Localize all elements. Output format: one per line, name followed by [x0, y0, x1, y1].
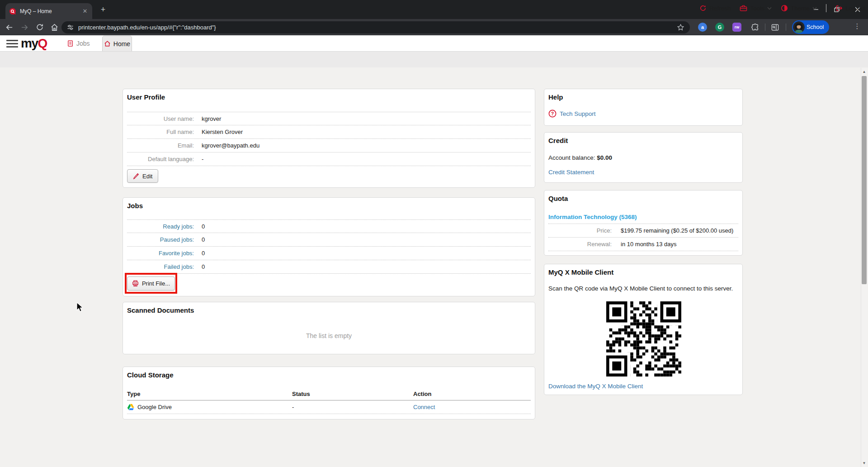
field-label: Price:: [548, 227, 612, 234]
column-header-action: Action: [413, 387, 431, 400]
tab-title: MyQ – Home: [20, 8, 78, 14]
tab-jobs-label: Jobs: [76, 40, 90, 47]
site-settings-icon[interactable]: [67, 24, 74, 31]
url-text[interactable]: printcenter.baypath.edu/en-us/app/#{"r":…: [78, 24, 672, 31]
tools-menu-button[interactable]: Tools: [740, 5, 772, 12]
connect-link[interactable]: Connect: [413, 404, 435, 410]
card-title: Scanned Documents: [127, 306, 194, 314]
annotation-highlight-box: Print File...: [125, 273, 177, 294]
tab-jobs[interactable]: Jobs: [67, 35, 90, 51]
browser-tab[interactable]: MyQ – Home ✕: [5, 3, 92, 19]
ready-jobs-link[interactable]: Ready jobs:: [127, 223, 194, 230]
field-label: Full name:: [127, 129, 194, 135]
tab-close-icon[interactable]: ✕: [81, 8, 89, 15]
new-tab-button[interactable]: +: [98, 4, 108, 15]
field-value: in 10 months 13 days: [621, 241, 677, 248]
table-row: Information Technology (5368): [548, 210, 738, 224]
table-row: Email:kgrover@baypath.edu: [127, 139, 531, 152]
home-icon: [104, 40, 111, 47]
jobs-card: Jobs Ready jobs:0 Paused jobs:0 Favorite…: [123, 197, 535, 296]
toolbar-divider: [765, 24, 765, 31]
card-title: Quota: [548, 195, 568, 202]
quota-group-link[interactable]: Information Technology (5368): [548, 214, 637, 220]
card-title: MyQ X Mobile Client: [548, 268, 613, 276]
card-title: Jobs: [127, 202, 143, 210]
column-header-type: Type: [127, 387, 140, 400]
scrollbar-down-arrow[interactable]: ▼: [861, 460, 868, 467]
tab-home-label: Home: [113, 40, 130, 48]
refresh-icon: [699, 5, 707, 12]
card-title: Cloud Storage: [127, 371, 174, 379]
field-value: kgrover: [202, 115, 221, 122]
table-row: Favorite jobs:0: [127, 247, 531, 260]
table-row: Ready jobs:0: [127, 219, 531, 233]
home-button[interactable]: [49, 22, 60, 33]
table-row: User name:kgrover: [127, 112, 531, 125]
browser-menu-icon[interactable]: ⋮: [852, 21, 863, 32]
toolbox-icon: [740, 5, 747, 12]
side-panel-search-icon[interactable]: [769, 22, 780, 33]
refresh-button[interactable]: Refresh: [699, 5, 731, 12]
browser-window: MyQ – Home ✕ + printcenter.baypath.edu/e…: [0, 0, 868, 467]
myq-logo[interactable]: myQ: [21, 36, 47, 51]
scrollbar-thumb[interactable]: [862, 76, 867, 284]
help-question-icon: ?: [548, 110, 557, 118]
pencil-icon: [133, 173, 139, 179]
card-title: Credit: [548, 137, 568, 144]
mobile-client-card: MyQ X Mobile Client Scan the QR code via…: [544, 264, 743, 395]
field-value: 0: [202, 223, 205, 230]
user-profile-card: User Profile User name:kgrover Full name…: [123, 89, 535, 188]
help-card: Help ? Tech Support: [544, 89, 743, 126]
print-file-button[interactable]: Print File...: [127, 276, 175, 291]
card-title: Help: [548, 93, 563, 101]
theme-icon: [781, 5, 788, 12]
field-value: 0: [202, 236, 205, 243]
edit-button[interactable]: Edit: [127, 169, 158, 183]
storage-type: Google Drive: [137, 404, 172, 410]
readwrite-extension-icon[interactable]: rw: [731, 22, 742, 33]
chevron-down-icon: [812, 7, 817, 10]
column-header-status: Status: [292, 387, 310, 400]
field-label: Email:: [127, 142, 194, 149]
credit-statement-link[interactable]: Credit Statement: [548, 169, 594, 176]
favorite-jobs-link[interactable]: Favorite jobs:: [127, 250, 194, 257]
empty-list-text: The list is empty: [123, 332, 535, 339]
avatar: [793, 21, 805, 33]
failed-jobs-link[interactable]: Failed jobs:: [127, 263, 194, 270]
field-value: 0: [202, 250, 205, 257]
quota-card: Quota Information Technology (5368) Pric…: [544, 190, 743, 256]
reload-button[interactable]: [34, 22, 45, 33]
reader-extension-icon[interactable]: a: [697, 22, 708, 33]
download-client-link[interactable]: Download the MyQ X Mobile Client: [548, 383, 643, 390]
forward-button[interactable]: [19, 22, 30, 33]
back-button[interactable]: [4, 22, 14, 33]
mobile-client-description: Scan the QR code via MyQ X Mobile Client…: [548, 285, 738, 292]
bookmark-star-icon[interactable]: [677, 24, 684, 31]
table-row: Full name:Kiersten Grover: [127, 125, 531, 139]
cloud-storage-card: Cloud Storage Type Status Action Google …: [123, 367, 535, 419]
grammarly-extension-icon[interactable]: G: [714, 22, 725, 33]
mouse-cursor: [76, 302, 84, 314]
extensions-puzzle-icon[interactable]: [750, 22, 760, 33]
field-value: 0: [202, 263, 205, 270]
address-bar[interactable]: printcenter.baypath.edu/en-us/app/#{"r":…: [61, 21, 690, 33]
toolbar-divider: [786, 24, 786, 31]
qr-code: [606, 301, 681, 376]
table-header-row: Type Status Action: [127, 387, 531, 400]
scrollbar-up-arrow[interactable]: ▲: [861, 68, 868, 75]
browser-profile-chip[interactable]: School: [792, 20, 829, 34]
tech-support-link[interactable]: Tech Support: [560, 110, 596, 117]
action-bar: [0, 51, 868, 67]
table-row: Failed jobs:0: [127, 260, 531, 274]
balance-label: Account balance:: [548, 154, 595, 161]
chevron-down-icon: [767, 7, 772, 10]
paused-jobs-link[interactable]: Paused jobs:: [127, 236, 194, 243]
theme-menu-button[interactable]: Theme: [781, 5, 817, 12]
table-row: Default language:-: [127, 152, 531, 166]
storage-status: -: [292, 400, 294, 414]
field-label: Default language:: [127, 156, 194, 162]
tab-home[interactable]: Home: [102, 36, 132, 51]
menu-hamburger-icon[interactable]: [6, 40, 18, 48]
table-row: Renewal:in 10 months 13 days: [548, 238, 738, 251]
logout-button[interactable]: Log out: [835, 5, 866, 12]
